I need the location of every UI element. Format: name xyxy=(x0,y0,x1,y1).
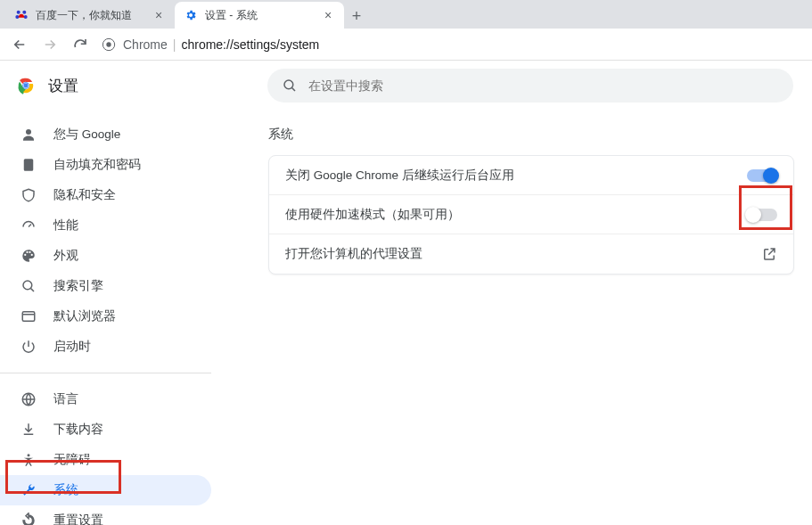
sidebar-item-default-browser[interactable]: 默认浏览器 xyxy=(0,301,211,332)
sidebar-item-label: 自动填充和密码 xyxy=(53,157,141,173)
sidebar-item-languages[interactable]: 语言 xyxy=(0,384,211,414)
url-prefix: Chrome xyxy=(123,37,168,52)
browser-icon xyxy=(20,308,37,325)
sidebar-item-label: 系统 xyxy=(53,482,78,498)
baidu-favicon xyxy=(14,8,29,22)
tab-strip: 百度一下，你就知道 × 设置 - 系统 × + xyxy=(0,0,812,29)
sidebar-divider xyxy=(0,373,211,373)
sidebar-item-label: 无障碍 xyxy=(53,452,91,468)
sidebar-item-label: 性能 xyxy=(53,217,78,234)
sidebar-item-label: 启动时 xyxy=(53,339,91,355)
sidebar-item-privacy[interactable]: 隐私和安全 xyxy=(0,180,211,210)
sidebar-item-search-engine[interactable]: 搜索引擎 xyxy=(0,271,211,301)
sidebar-item-accessibility[interactable]: 无障碍 xyxy=(0,445,211,475)
sidebar-item-downloads[interactable]: 下载内容 xyxy=(0,414,211,445)
browser-toolbar: Chrome | chrome://settings/system xyxy=(0,29,812,61)
sidebar-item-label: 外观 xyxy=(53,248,78,264)
svg-point-0 xyxy=(17,11,21,14)
row-label: 打开您计算机的代理设置 xyxy=(285,246,761,262)
svg-point-9 xyxy=(24,84,29,88)
tab-settings[interactable]: 设置 - 系统 × xyxy=(175,2,344,29)
chrome-info-icon xyxy=(102,37,116,52)
toggle-background-apps[interactable] xyxy=(747,169,777,182)
page-title: 设置 xyxy=(48,76,78,96)
close-icon[interactable]: × xyxy=(321,8,335,22)
gear-favicon xyxy=(184,8,198,22)
svg-point-10 xyxy=(284,80,293,89)
chrome-logo-icon xyxy=(16,76,36,95)
row-label: 关闭 Google Chrome 后继续运行后台应用 xyxy=(285,168,747,184)
sidebar-item-on-startup[interactable]: 启动时 xyxy=(0,332,211,362)
row-hardware-accel[interactable]: 使用硬件加速模式（如果可用） xyxy=(269,195,793,234)
svg-point-11 xyxy=(26,129,31,135)
back-button[interactable] xyxy=(7,32,32,57)
sidebar-item-appearance[interactable]: 外观 xyxy=(0,241,211,271)
person-icon xyxy=(20,126,37,144)
section-title: 系统 xyxy=(268,127,794,143)
sidebar-item-label: 重置设置 xyxy=(53,513,103,525)
search-icon xyxy=(20,277,37,295)
address-bar[interactable]: Chrome | chrome://settings/system xyxy=(98,32,805,57)
close-icon[interactable]: × xyxy=(152,8,166,22)
new-tab-button[interactable]: + xyxy=(344,4,369,29)
svg-point-1 xyxy=(22,11,26,14)
row-background-apps[interactable]: 关闭 Google Chrome 后继续运行后台应用 xyxy=(269,156,793,195)
forward-button[interactable] xyxy=(37,32,62,57)
settings-header: 设置 xyxy=(0,61,812,111)
speedometer-icon xyxy=(20,217,37,234)
row-proxy-settings[interactable]: 打开您计算机的代理设置 xyxy=(269,234,793,274)
svg-rect-13 xyxy=(22,312,35,322)
palette-icon xyxy=(20,247,37,265)
svg-point-5 xyxy=(106,42,111,46)
search-icon xyxy=(282,78,298,94)
search-input[interactable] xyxy=(308,78,779,93)
toggle-hardware-accel[interactable] xyxy=(747,209,777,221)
settings-card: 关闭 Google Chrome 后继续运行后台应用 使用硬件加速模式（如果可用… xyxy=(268,155,794,275)
sidebar-item-you-google[interactable]: 您与 Google xyxy=(0,119,211,150)
wrench-icon xyxy=(20,481,37,499)
svg-point-12 xyxy=(23,281,32,290)
sidebar-item-autofill[interactable]: 自动填充和密码 xyxy=(0,150,211,180)
sidebar-item-reset[interactable]: 重置设置 xyxy=(0,505,211,525)
settings-search[interactable] xyxy=(267,69,793,103)
tab-baidu[interactable]: 百度一下，你就知道 × xyxy=(5,2,175,29)
sidebar-item-system[interactable]: 系统 xyxy=(0,475,211,505)
url-path: chrome://settings/system xyxy=(181,37,319,52)
download-icon xyxy=(20,421,37,439)
row-label: 使用硬件加速模式（如果可用） xyxy=(285,207,747,223)
sidebar-item-label: 下载内容 xyxy=(53,422,103,438)
accessibility-icon xyxy=(20,451,37,469)
external-link-icon xyxy=(761,246,777,262)
clipboard-icon xyxy=(20,156,37,174)
shield-icon xyxy=(20,186,37,204)
reset-icon xyxy=(20,512,37,525)
reload-button[interactable] xyxy=(68,32,93,57)
sidebar-item-label: 您与 Google xyxy=(53,127,120,143)
sidebar-item-label: 隐私和安全 xyxy=(53,187,116,203)
tab-title: 设置 - 系统 xyxy=(205,8,321,23)
power-icon xyxy=(20,338,37,356)
sidebar-item-performance[interactable]: 性能 xyxy=(0,210,211,241)
sidebar: 您与 Google 自动填充和密码 隐私和安全 性能 外观 搜索引擎 默认浏览器 xyxy=(0,61,211,525)
svg-point-15 xyxy=(28,454,30,456)
sidebar-item-label: 搜索引擎 xyxy=(53,278,103,294)
sidebar-item-label: 默认浏览器 xyxy=(53,308,116,324)
globe-icon xyxy=(20,390,37,408)
tab-title: 百度一下，你就知道 xyxy=(36,8,152,23)
main-content: 系统 关闭 Google Chrome 后继续运行后台应用 使用硬件加速模式（如… xyxy=(211,61,812,525)
sidebar-item-label: 语言 xyxy=(53,391,78,407)
